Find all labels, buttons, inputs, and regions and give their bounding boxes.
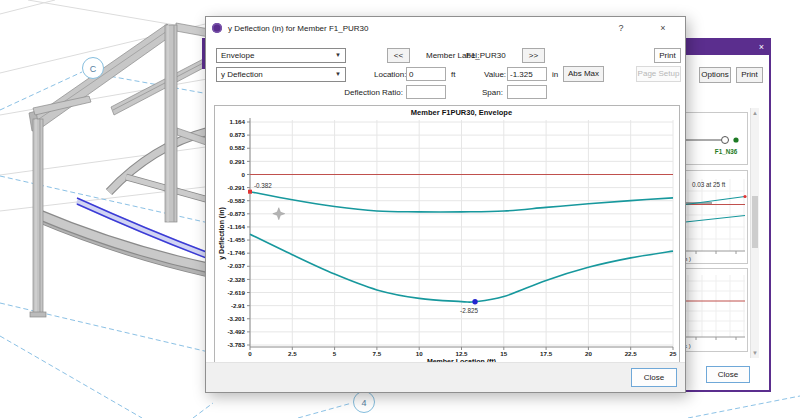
grid-bubble-4-label: 4 [361, 398, 366, 408]
y-axis-title: y Deflection (in) [218, 207, 226, 260]
close-button[interactable]: Close [631, 368, 677, 387]
chevron-down-icon: ▼ [335, 52, 341, 58]
result-set-combo[interactable]: Envelope ▼ [216, 48, 346, 63]
grid-bubble-c: C [83, 58, 104, 79]
help-button[interactable]: ? [609, 17, 633, 39]
value-unit: in [552, 70, 558, 79]
y-tick-label: 0.291 [230, 158, 246, 165]
y-tick-label: 0.873 [230, 131, 246, 138]
x-tick-label: 7.5 [373, 350, 382, 357]
plot-icon [212, 23, 222, 33]
y-tick-label: 1.164 [230, 118, 246, 125]
y-tick-label: 0.582 [230, 144, 246, 151]
peak-annotation: 0.03 at 25 ft [692, 181, 726, 188]
application-root: C 4 × Options Print F1_N36 [0, 0, 800, 418]
y-tick-label: -1.746 [227, 249, 245, 256]
span-input[interactable] [507, 85, 547, 99]
annotation-marker [472, 299, 477, 304]
y-tick-label: -2.328 [227, 276, 245, 283]
x-tick-label: 5 [333, 350, 337, 357]
print-button[interactable]: Print [654, 48, 681, 63]
y-tick-label: -0.582 [227, 197, 245, 204]
x-tick-label: 17.5 [540, 350, 553, 357]
close-icon[interactable]: × [759, 41, 764, 54]
plot-type-combo[interactable]: y Deflection ▼ [216, 67, 346, 82]
y-tick-label: -0.873 [227, 210, 245, 217]
scrollbar-thumb[interactable] [752, 196, 758, 248]
steel-frame [29, 23, 209, 317]
dialog-title: y Deflection (in) for Member F1_PUR30 [228, 24, 369, 33]
member-label-value: F1_PUR30 [466, 51, 506, 60]
dialog-titlebar[interactable]: y Deflection (in) for Member F1_PUR30 ? … [206, 17, 685, 39]
chart-title: Member F1PUR30, Envelope [411, 108, 512, 117]
deflection-chart-panel[interactable]: 1.1640.8730.5820.2910-0.291-0.582-0.873-… [214, 105, 680, 365]
y-tick-label: -3.201 [227, 315, 245, 322]
annotation-marker [248, 190, 252, 194]
options-button[interactable]: Options [699, 67, 731, 83]
y-tick-label: -2.619 [227, 289, 245, 296]
x-tick-label: 25 [670, 350, 677, 357]
close-button-bg[interactable]: Close [706, 366, 750, 383]
j-end-node-icon [733, 137, 738, 142]
mini-peak-marker [743, 195, 746, 198]
result-set-value: Envelope [221, 51, 254, 60]
dialog-footer: Close [206, 362, 685, 392]
deflection-dialog: y Deflection (in) for Member F1_PUR30 ? … [205, 16, 686, 393]
x-tick-label: 2.5 [288, 350, 297, 357]
y-tick-label: -1.455 [227, 236, 245, 243]
value-caption: Value: [484, 70, 506, 79]
plot-type-value: y Deflection [221, 70, 263, 79]
page-setup-button[interactable]: Page Setup [636, 66, 681, 82]
plot-options-scrollbar[interactable]: ▲ ▼ [750, 108, 759, 358]
y-tick-label: 0 [242, 171, 246, 178]
x-tick-label: 22.5 [625, 350, 638, 357]
scroll-up-icon[interactable]: ▲ [751, 109, 759, 117]
annotation-label: -2.825 [460, 307, 478, 314]
chevron-down-icon: ▼ [335, 71, 341, 77]
prev-member-button[interactable]: << [387, 48, 410, 63]
print-button-bg[interactable]: Print [736, 67, 763, 83]
deflection-ratio-input[interactable] [406, 85, 446, 99]
deflection-chart: 1.1640.8730.5820.2910-0.291-0.582-0.873-… [215, 106, 679, 364]
y-tick-label: -3.783 [227, 341, 245, 348]
location-input[interactable] [406, 67, 446, 81]
i-end-node-icon [722, 137, 729, 144]
next-member-button[interactable]: >> [522, 48, 545, 63]
scroll-down-icon[interactable]: ▼ [751, 349, 759, 357]
y-tick-label: -3.492 [227, 328, 245, 335]
deflection-ratio-caption: Deflection Ratio: [329, 88, 403, 97]
span-caption: Span: [482, 88, 503, 97]
x-tick-label: 12.5 [455, 350, 468, 357]
grid-bubble-c-label: C [90, 64, 97, 74]
x-tick-label: 10 [416, 350, 423, 357]
y-tick-label: -2.91 [231, 302, 246, 309]
location-unit: ft [451, 70, 455, 79]
grid-bubble-4: 4 [354, 392, 375, 413]
abs-max-button[interactable]: Abs Max [563, 66, 604, 82]
y-tick-label: -0.291 [227, 184, 245, 191]
y-tick-label: -1.164 [227, 223, 245, 230]
x-tick-label: 0 [248, 350, 252, 357]
node-label: F1_N36 [715, 148, 738, 155]
x-tick-label: 20 [585, 350, 592, 357]
value-input[interactable] [507, 67, 547, 81]
cursor-star-icon [273, 208, 285, 220]
x-tick-label: 15 [500, 350, 507, 357]
y-tick-label: -2.037 [227, 262, 245, 269]
annotation-label: -0.382 [254, 182, 272, 189]
location-caption: Location: [374, 70, 406, 79]
close-icon[interactable]: × [651, 17, 675, 39]
